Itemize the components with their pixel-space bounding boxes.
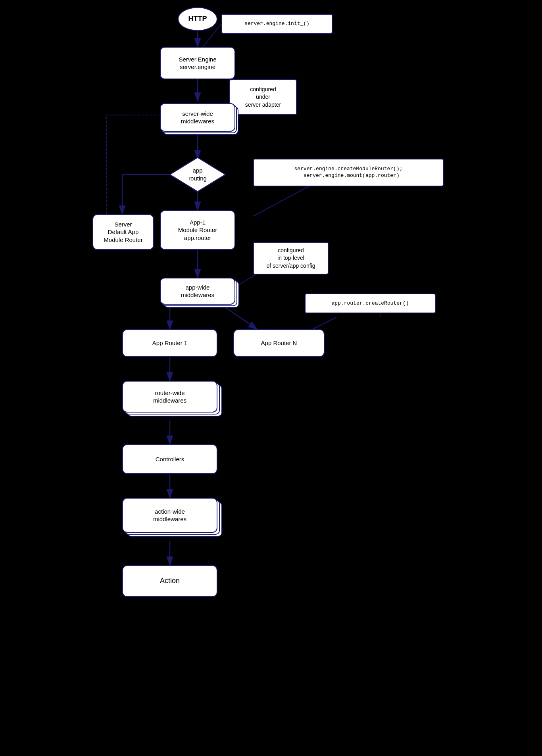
router-wide-middlewares-stack: router-widemiddlewares bbox=[122, 381, 217, 420]
http-node: HTTP bbox=[178, 7, 217, 31]
app-router-n-node: App Router N bbox=[233, 329, 325, 357]
configured-top-level-node: configuredin top-levelof server/app conf… bbox=[253, 242, 329, 274]
app-routing-node: app routing bbox=[169, 157, 227, 192]
diagram-container: HTTP server.engine.init_() Server Engine… bbox=[83, 0, 459, 756]
create-router-node: app.router.createRouter() bbox=[305, 294, 436, 313]
svg-marker-31 bbox=[170, 157, 225, 192]
app-router-1-node: App Router 1 bbox=[122, 329, 217, 357]
server-wide-middlewares-stack: server-widemiddlewares bbox=[160, 103, 235, 135]
svg-line-23 bbox=[225, 307, 257, 329]
controllers-node: Controllers bbox=[122, 444, 217, 474]
action-node: Action bbox=[122, 565, 217, 597]
server-default-app-node: ServerDefault AppModule Router bbox=[92, 214, 154, 250]
server-engine-node: Server Engineserver.engine bbox=[160, 47, 235, 79]
create-module-router-node: server.engine.createModuleRouter(); serv… bbox=[253, 159, 444, 186]
svg-line-12 bbox=[253, 186, 309, 216]
app1-module-router-node: App-1Module Routerapp.router bbox=[160, 210, 235, 250]
action-wide-middlewares-stack: action-widemiddlewares bbox=[122, 498, 217, 541]
server-engine-init-node: server.engine.init_() bbox=[221, 14, 333, 34]
configured-server-adapter-node: configuredunderserver adapter bbox=[229, 79, 297, 115]
svg-text:app: app bbox=[192, 167, 202, 174]
app-wide-middlewares-stack: app-widemiddlewares bbox=[160, 278, 235, 309]
svg-text:routing: routing bbox=[188, 175, 207, 182]
